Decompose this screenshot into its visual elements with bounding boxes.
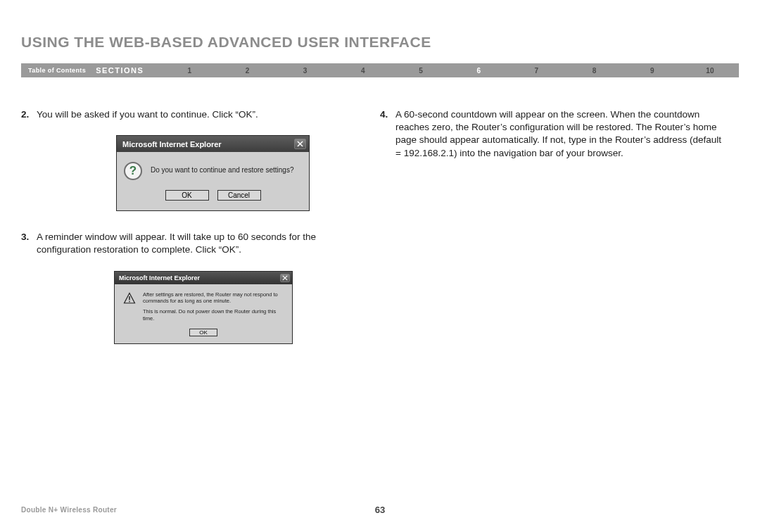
ok-button[interactable]: OK [165,190,209,201]
dialog-reminder: Microsoft Internet Explorer After setti [114,271,366,345]
question-icon: ? [124,162,142,180]
section-link-3[interactable]: 3 [277,67,334,75]
dialog-window: Microsoft Internet Explorer After setti [114,271,293,345]
close-icon[interactable] [294,139,306,149]
page-footer: Double N+ Wireless Router 63 [21,506,739,514]
dialog-message-line1: After settings are restored, the Router … [143,291,285,305]
dialog-message-line2: This is normal. Do not power down the Ro… [143,308,285,322]
section-link-9[interactable]: 9 [623,67,681,75]
svg-rect-0 [129,296,130,300]
section-link-8[interactable]: 8 [565,67,623,75]
dialog-title: Microsoft Internet Explorer [119,274,200,281]
step-number: 2. [21,108,37,121]
content-columns: 2. You will be asked if you want to cont… [21,108,739,344]
section-link-2[interactable]: 2 [218,67,276,75]
step-4: 4. A 60-second countdown will appear on … [380,108,725,160]
step-text: You will be asked if you want to continu… [37,108,258,121]
sections-navbar: Table of Contents SECTIONS 1 2 3 4 5 6 7… [21,63,739,77]
section-link-6[interactable]: 6 [450,67,507,75]
step-text: A reminder window will appear. It will t… [37,231,366,256]
dialog-message: Do you want to continue and restore sett… [151,160,293,174]
section-link-1[interactable]: 1 [160,67,218,75]
svg-rect-1 [129,300,130,302]
page-title: USING THE WEB-BASED ADVANCED USER INTERF… [21,34,739,51]
product-name: Double N+ Wireless Router [21,506,117,514]
manual-page: USING THE WEB-BASED ADVANCED USER INTERF… [0,0,760,532]
close-icon[interactable] [280,274,290,282]
toc-link[interactable]: Table of Contents [21,67,96,74]
step-2: 2. You will be asked if you want to cont… [21,108,366,121]
step-3: 3. A reminder window will appear. It wil… [21,231,366,256]
dialog-window: Microsoft Internet Explorer ? Do you wan… [116,135,310,211]
section-link-10[interactable]: 10 [681,67,739,75]
ok-button[interactable]: OK [189,329,217,336]
dialog-body: ? Do you want to continue and restore se… [117,152,309,210]
cancel-button[interactable]: Cancel [217,190,261,201]
step-number: 3. [21,231,37,256]
page-number: 63 [375,505,385,515]
section-link-7[interactable]: 7 [507,67,565,75]
step-number: 4. [380,108,395,160]
right-column: 4. A 60-second countdown will appear on … [380,108,739,344]
dialog-title: Microsoft Internet Explorer [122,140,222,148]
dialog-titlebar: Microsoft Internet Explorer [117,136,309,152]
warning-icon [123,292,136,305]
dialog-continue-restore: Microsoft Internet Explorer ? Do you wan… [116,135,366,211]
sections-label: SECTIONS [96,66,160,75]
section-link-5[interactable]: 5 [392,67,450,75]
left-column: 2. You will be asked if you want to cont… [21,108,380,344]
step-text: A 60-second countdown will appear on the… [395,108,725,160]
dialog-titlebar: Microsoft Internet Explorer [115,272,292,284]
section-link-4[interactable]: 4 [334,67,392,75]
